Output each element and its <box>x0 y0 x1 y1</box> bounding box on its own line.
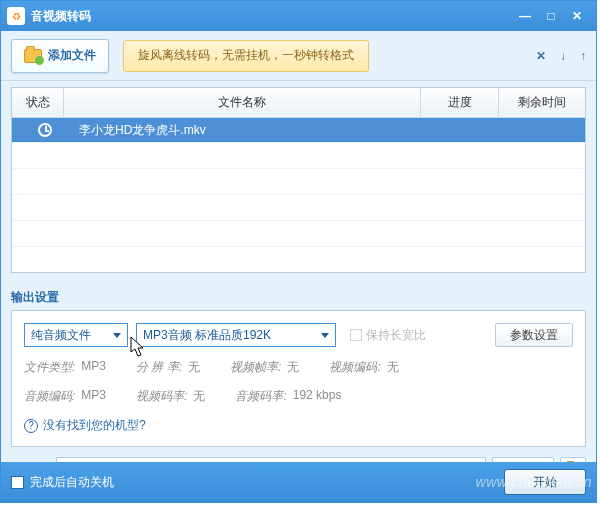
file-list-section: 状态 文件名称 进度 剩余时间 李小龙HD龙争虎斗.mkv <box>1 81 596 283</box>
chevron-down-icon <box>321 333 329 338</box>
move-down-icon[interactable]: ↓ <box>560 49 566 63</box>
help-icon: ? <box>24 419 38 433</box>
output-details-row1: 文件类型:MP3 分 辨 率:无 视频帧率:无 视频编码:无 <box>24 359 573 376</box>
container-select-value: 纯音频文件 <box>31 327 91 344</box>
clock-icon <box>38 123 52 137</box>
empty-row <box>12 220 585 246</box>
promo-banner: 旋风离线转码，无需挂机，一秒钟转格式 <box>123 40 369 72</box>
window-title: 音视频转码 <box>31 8 512 25</box>
minimize-button[interactable]: — <box>512 7 538 25</box>
remove-icon[interactable]: ✕ <box>536 49 546 63</box>
empty-row <box>12 168 585 194</box>
checkbox-icon <box>11 476 24 489</box>
output-row-controls: 纯音频文件 MP3音频 标准品质192K 保持长宽比 参数设置 <box>24 323 573 347</box>
col-remaining[interactable]: 剩余时间 <box>499 88 585 117</box>
grid-body[interactable]: 李小龙HD龙争虎斗.mkv <box>12 118 585 272</box>
empty-row <box>12 246 585 272</box>
move-up-icon[interactable]: ↑ <box>580 49 586 63</box>
auto-shutdown-label: 完成后自动关机 <box>30 474 114 491</box>
param-settings-button[interactable]: 参数设置 <box>495 323 573 347</box>
row-status <box>19 123 71 137</box>
footer-bar: 完成后自动关机 开始 <box>1 462 596 502</box>
col-status[interactable]: 状态 <box>12 88 64 117</box>
toolbar: 添加文件 旋风离线转码，无需挂机，一秒钟转格式 ✕ ↓ ↑ <box>1 31 596 81</box>
chevron-down-icon <box>113 333 121 338</box>
output-panel: 纯音频文件 MP3音频 标准品质192K 保持长宽比 参数设置 文件类型:MP3… <box>11 310 586 447</box>
start-button[interactable]: 开始 <box>504 469 586 495</box>
col-name[interactable]: 文件名称 <box>64 88 421 117</box>
title-bar: ♻ 音视频转码 — □ ✕ <box>1 1 596 31</box>
output-details-row2: 音频编码:MP3 视频码率:无 音频码率:192 kbps <box>24 388 573 405</box>
table-row[interactable]: 李小龙HD龙争虎斗.mkv <box>12 118 585 142</box>
row-filename: 李小龙HD龙争虎斗.mkv <box>71 122 414 139</box>
auto-shutdown-checkbox[interactable]: 完成后自动关机 <box>11 474 114 491</box>
file-grid: 状态 文件名称 进度 剩余时间 李小龙HD龙争虎斗.mkv <box>11 87 586 273</box>
col-progress[interactable]: 进度 <box>421 88 499 117</box>
add-file-label: 添加文件 <box>48 47 96 64</box>
format-select[interactable]: MP3音频 标准品质192K <box>136 323 336 347</box>
add-file-button[interactable]: 添加文件 <box>11 39 109 73</box>
grid-header: 状态 文件名称 进度 剩余时间 <box>12 88 585 118</box>
empty-row <box>12 142 585 168</box>
output-section: 输出设置 纯音频文件 MP3音频 标准品质192K 保持长宽比 参数设置 文件类… <box>1 283 596 489</box>
keep-ratio-label: 保持长宽比 <box>366 327 426 344</box>
checkbox-icon <box>350 329 362 341</box>
help-link[interactable]: ? 没有找到您的机型? <box>24 417 573 434</box>
empty-row <box>12 194 585 220</box>
toolbar-actions: ✕ ↓ ↑ <box>536 49 586 63</box>
output-title: 输出设置 <box>11 289 586 306</box>
maximize-button[interactable]: □ <box>538 7 564 25</box>
app-logo-icon: ♻ <box>7 7 25 25</box>
keep-ratio-checkbox: 保持长宽比 <box>350 327 426 344</box>
close-button[interactable]: ✕ <box>564 7 590 25</box>
format-select-value: MP3音频 标准品质192K <box>143 327 271 344</box>
folder-plus-icon <box>24 49 42 63</box>
container-select[interactable]: 纯音频文件 <box>24 323 128 347</box>
